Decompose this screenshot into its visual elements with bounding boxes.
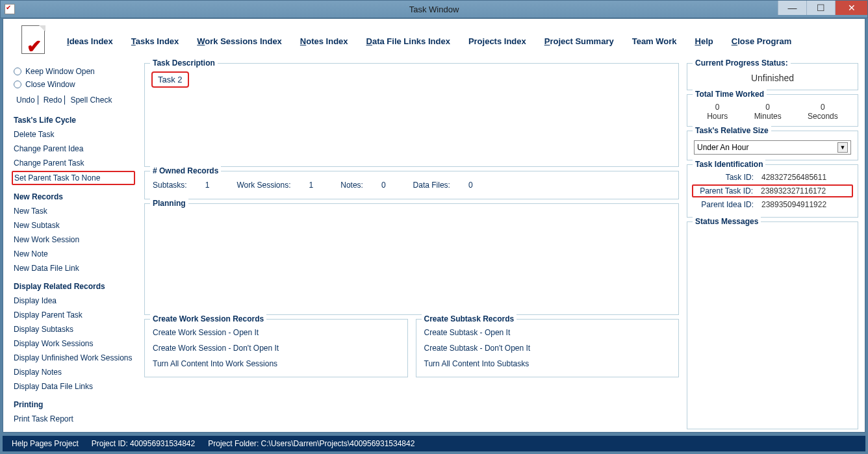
create-subtask-legend: Create Subtask Records bbox=[422, 314, 517, 323]
app-icon: ✔ bbox=[21, 25, 49, 57]
progress-status-value: Unfinished bbox=[694, 69, 851, 84]
footer-project-id-value: 400956931534842 bbox=[130, 439, 195, 448]
display-data-file-links-link[interactable]: Display Data File Links bbox=[14, 380, 135, 393]
owned-records-group: # Owned Records Subtasks:1 Work Sessions… bbox=[144, 171, 679, 199]
relative-size-value: Under An Hour bbox=[697, 143, 748, 152]
parent-task-id-label: Parent Task ID: bbox=[695, 186, 753, 195]
subtasks-label: Subtasks: bbox=[153, 181, 187, 190]
lifecycle-heading: Task's Life Cycle bbox=[14, 114, 135, 127]
menu-notes-index[interactable]: Notes Index bbox=[300, 36, 348, 46]
hours-value: 0 bbox=[707, 103, 728, 112]
new-data-file-link[interactable]: New Data File Link bbox=[14, 262, 135, 275]
status-bar: Help Pages Project Project ID: 400956931… bbox=[3, 436, 865, 451]
create-subtask-open-link[interactable]: Create Subtask - Open It bbox=[423, 325, 672, 340]
display-related-heading: Display Related Records bbox=[14, 280, 135, 293]
chevron-down-icon: ▼ bbox=[837, 142, 848, 153]
radio-keep-window-open[interactable]: Keep Window Open bbox=[14, 66, 135, 77]
undo-link[interactable]: Undo bbox=[14, 95, 38, 105]
relative-size-legend: Task's Relative Size bbox=[693, 126, 771, 135]
display-parent-task-link[interactable]: Display Parent Task bbox=[14, 309, 135, 322]
relative-size-group: Task's Relative Size Under An Hour ▼ bbox=[687, 131, 858, 160]
radio-icon bbox=[14, 81, 21, 88]
printing-heading: Printing bbox=[14, 398, 135, 411]
redo-link[interactable]: Redo bbox=[41, 95, 66, 105]
task-description-legend: Task Description bbox=[150, 58, 218, 68]
task-description-value[interactable]: Task 2 bbox=[151, 71, 189, 88]
time-worked-legend: Total Time Worked bbox=[693, 90, 767, 99]
display-notes-link[interactable]: Display Notes bbox=[14, 366, 135, 379]
delete-task-link[interactable]: Delete Task bbox=[14, 128, 135, 141]
create-subtask-noopen-link[interactable]: Create Subtask - Don't Open It bbox=[423, 340, 672, 356]
maximize-button[interactable]: ☐ bbox=[806, 1, 835, 15]
menu-help[interactable]: Help bbox=[695, 36, 713, 46]
owned-records-legend: # Owned Records bbox=[150, 166, 221, 175]
work-sessions-label: Work Sessions: bbox=[236, 181, 290, 190]
menu-close-program[interactable]: Close Program bbox=[732, 36, 791, 46]
display-unfinished-work-sessions-link[interactable]: Display Unfinished Work Sessions bbox=[14, 351, 135, 364]
menu-team-work[interactable]: Team Work bbox=[632, 36, 677, 46]
main-panel: Task Description Task 2 # Owned Records … bbox=[143, 60, 684, 432]
display-work-sessions-link[interactable]: Display Work Sessions bbox=[14, 337, 135, 350]
task-id-label: Task ID: bbox=[695, 173, 754, 182]
hours-label: Hours bbox=[707, 112, 728, 121]
menu-project-summary[interactable]: Project Summary bbox=[544, 36, 614, 46]
create-subtask-group: Create Subtask Records Create Subtask - … bbox=[416, 319, 680, 377]
minutes-value: 0 bbox=[754, 103, 782, 112]
footer-project-id-label: Project ID: bbox=[92, 439, 128, 448]
work-sessions-value: 1 bbox=[309, 181, 314, 190]
footer-project-folder-label: Project Folder: bbox=[208, 439, 259, 448]
identification-group: Task Identification Task ID:428327256485… bbox=[687, 164, 858, 218]
menu-tasks-index[interactable]: Tasks Index bbox=[131, 36, 179, 46]
display-idea-link[interactable]: Display Idea bbox=[14, 294, 135, 307]
window-title: Task Window bbox=[1, 5, 867, 14]
radio-icon bbox=[14, 68, 21, 75]
menu-data-file-links-index[interactable]: Data File Links Index bbox=[366, 36, 450, 46]
new-work-session-link[interactable]: New Work Session bbox=[14, 233, 135, 246]
app-icon-small bbox=[5, 4, 15, 14]
task-description-group: Task Description Task 2 bbox=[144, 63, 679, 167]
create-work-session-legend: Create Work Session Records bbox=[150, 314, 266, 323]
new-records-heading: New Records bbox=[14, 190, 135, 203]
new-subtask-link[interactable]: New Subtask bbox=[14, 219, 135, 232]
status-messages-legend: Status Messages bbox=[693, 217, 761, 226]
change-parent-idea-link[interactable]: Change Parent Idea bbox=[14, 142, 135, 155]
time-worked-group: Total Time Worked 0Hours 0Minutes 0Secon… bbox=[687, 94, 858, 127]
title-bar: Task Window — ☐ ✕ bbox=[0, 0, 868, 18]
turn-content-subtasks-link[interactable]: Turn All Content Into Subtasks bbox=[423, 356, 672, 372]
set-parent-none-link[interactable]: Set Parent Task To None bbox=[14, 173, 133, 183]
menu-projects-index[interactable]: Projects Index bbox=[468, 36, 526, 46]
radio-close-window[interactable]: Close Window bbox=[14, 79, 135, 90]
create-work-session-group: Create Work Session Records Create Work … bbox=[144, 319, 408, 377]
identification-legend: Task Identification bbox=[693, 160, 765, 169]
menu-ideas-index[interactable]: Ideas Index bbox=[67, 36, 113, 46]
sidebar: Keep Window Open Close Window Undo Redo … bbox=[3, 60, 143, 432]
close-button[interactable]: ✕ bbox=[835, 1, 867, 15]
display-subtasks-link[interactable]: Display Subtasks bbox=[14, 323, 135, 336]
relative-size-select[interactable]: Under An Hour ▼ bbox=[694, 140, 851, 155]
progress-status-legend: Current Progress Status: bbox=[693, 58, 791, 68]
minutes-label: Minutes bbox=[754, 112, 782, 121]
data-files-value: 0 bbox=[468, 181, 473, 190]
footer-project-folder-value: C:\Users\Darren\Projects\400956931534842 bbox=[261, 439, 415, 448]
seconds-label: Seconds bbox=[808, 112, 838, 121]
planning-legend: Planning bbox=[150, 199, 188, 208]
new-note-link[interactable]: New Note bbox=[14, 247, 135, 260]
right-panel: Current Progress Status: Unfinished Tota… bbox=[684, 60, 865, 432]
turn-content-work-sessions-link[interactable]: Turn All Content Into Work Sessions bbox=[151, 356, 401, 372]
create-work-session-open-link[interactable]: Create Work Session - Open It bbox=[151, 325, 401, 340]
create-work-session-noopen-link[interactable]: Create Work Session - Don't Open It bbox=[151, 340, 401, 356]
new-task-link[interactable]: New Task bbox=[14, 205, 135, 218]
print-task-report-link[interactable]: Print Task Report bbox=[14, 412, 135, 425]
change-parent-task-link[interactable]: Change Parent Task bbox=[14, 157, 135, 170]
planning-group[interactable]: Planning bbox=[144, 203, 679, 315]
minimize-button[interactable]: — bbox=[778, 1, 806, 15]
data-files-label: Data Files: bbox=[413, 181, 450, 190]
status-messages-group: Status Messages bbox=[687, 221, 858, 429]
subtasks-value: 1 bbox=[205, 181, 210, 190]
menu-work-sessions-index[interactable]: Work Sessions Index bbox=[197, 36, 282, 46]
task-id-value: 428327256485611 bbox=[761, 173, 826, 182]
progress-status-group: Current Progress Status: Unfinished bbox=[687, 63, 858, 90]
notes-value: 0 bbox=[381, 181, 386, 190]
footer-help-pages[interactable]: Help Pages Project bbox=[12, 439, 79, 448]
spell-check-link[interactable]: Spell Check bbox=[68, 95, 114, 105]
